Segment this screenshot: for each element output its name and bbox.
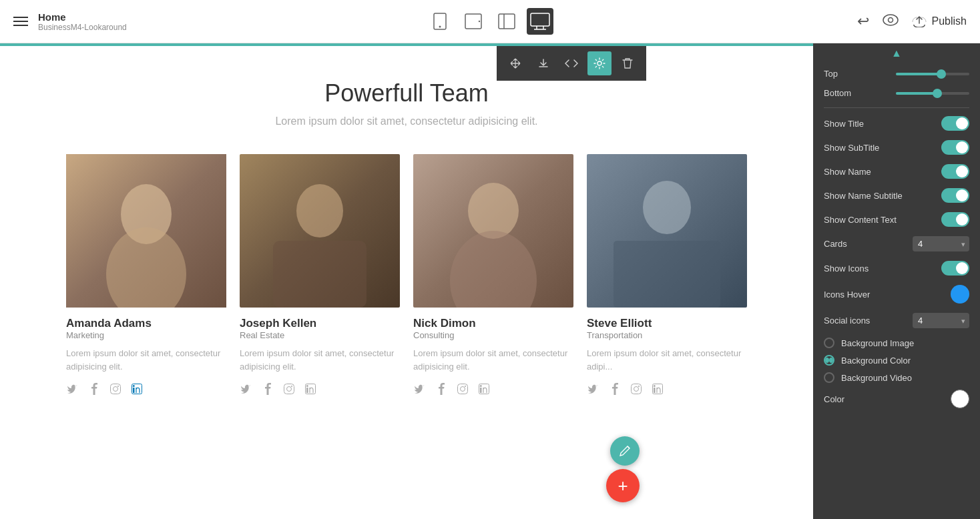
svg-rect-29	[306, 388, 308, 393]
device-tablet-button[interactable]	[460, 8, 487, 35]
card-photo	[587, 154, 747, 308]
svg-rect-47	[654, 388, 656, 393]
card-desc: Lorem ipsum dolor sit amet, consectetur …	[587, 347, 747, 373]
svg-rect-24	[273, 241, 366, 308]
svg-point-30	[306, 385, 308, 387]
linkedin-icon[interactable]	[477, 382, 491, 396]
card-name: Joseph Kellen	[240, 317, 400, 330]
bottom-slider-row: Bottom	[824, 88, 969, 98]
team-card: Joseph Kellen Real Estate Lorem ipsum do…	[240, 154, 400, 396]
instagram-icon[interactable]	[630, 382, 643, 396]
header-actions: ↩ Publish	[857, 13, 967, 30]
float-delete-button[interactable]	[616, 51, 640, 75]
svg-point-27	[291, 386, 292, 387]
undo-button[interactable]: ↩	[857, 13, 869, 30]
instagram-icon[interactable]	[282, 382, 296, 396]
linkedin-icon[interactable]	[304, 382, 317, 396]
svg-point-21	[133, 385, 135, 387]
card-social-icons	[413, 382, 573, 396]
show-name-subtitle-label: Show Name Subtitle	[824, 191, 903, 201]
facebook-icon[interactable]	[87, 382, 101, 396]
social-icons-label: Social icons	[824, 316, 870, 326]
team-section: Powerfull Team Lorem ipsum dolor sit ame…	[0, 46, 813, 422]
cards-select-wrapper: 4 2 3 5 6	[913, 236, 969, 251]
show-name-toggle[interactable]	[941, 164, 969, 179]
svg-point-32	[468, 183, 519, 239]
cards-select[interactable]: 4 2 3 5 6	[913, 236, 969, 251]
color-label: Color	[824, 394, 844, 404]
svg-rect-4	[499, 14, 515, 29]
twitter-icon[interactable]	[66, 382, 79, 396]
svg-point-41	[643, 181, 691, 234]
facebook-icon[interactable]	[435, 382, 448, 396]
card-desc: Lorem ipsum dolor sit amet, consectetur …	[66, 347, 226, 373]
hamburger-menu-button[interactable]	[13, 17, 28, 26]
float-settings-button[interactable]	[587, 51, 611, 75]
header: Home BusinessM4-Lookaround	[0, 0, 980, 43]
social-icons-select[interactable]: 4 2 3	[913, 313, 969, 328]
svg-point-35	[461, 387, 465, 392]
linkedin-icon[interactable]	[651, 382, 664, 396]
show-content-text-label: Show Content Text	[824, 215, 897, 225]
bg-video-label: Background Video	[841, 373, 912, 383]
bg-video-row: Background Video	[824, 372, 969, 383]
card-role: Marketing	[66, 330, 226, 340]
cards-row: Cards 4 2 3 5 6	[824, 236, 969, 251]
device-selector	[427, 8, 553, 35]
float-move-button[interactable]	[503, 51, 527, 75]
show-title-toggle[interactable]	[941, 116, 969, 131]
preview-button[interactable]	[883, 13, 899, 30]
color-picker[interactable]	[951, 390, 969, 408]
team-title: Powerfull Team	[40, 79, 773, 107]
instagram-icon[interactable]	[456, 382, 469, 396]
card-social-icons	[66, 382, 226, 396]
publish-label: Publish	[932, 15, 967, 27]
svg-point-12	[597, 61, 601, 65]
float-code-button[interactable]	[559, 51, 583, 75]
show-subtitle-toggle[interactable]	[941, 140, 969, 155]
linkedin-icon[interactable]	[130, 382, 144, 396]
device-sidebar-button[interactable]	[493, 8, 520, 35]
icons-hover-color-picker[interactable]	[951, 285, 969, 304]
team-card: Steve Elliott Transportation Lorem ipsum…	[587, 154, 747, 396]
twitter-icon[interactable]	[587, 382, 600, 396]
bg-image-radio[interactable]	[824, 338, 834, 348]
svg-rect-34	[458, 384, 468, 394]
cards-label: Cards	[824, 239, 847, 249]
bg-color-radio[interactable]	[824, 355, 834, 366]
twitter-icon[interactable]	[240, 382, 253, 396]
facebook-icon[interactable]	[261, 382, 274, 396]
top-slider-row: Top	[824, 69, 969, 79]
card-desc: Lorem ipsum dolor sit amet, consectetur …	[240, 347, 400, 373]
show-content-text-toggle[interactable]	[941, 212, 969, 227]
fab-add-button[interactable]: +	[606, 469, 640, 502]
publish-button[interactable]: Publish	[912, 15, 967, 27]
show-icons-toggle[interactable]	[941, 261, 969, 276]
bg-image-row: Background Image	[824, 338, 969, 348]
device-mobile-button[interactable]	[427, 8, 453, 35]
svg-rect-25	[284, 384, 294, 394]
show-name-subtitle-toggle[interactable]	[941, 188, 969, 203]
card-role: Consulting	[413, 330, 573, 340]
bg-video-radio[interactable]	[824, 372, 834, 383]
panel-settings: Top Bottom	[813, 61, 980, 426]
show-subtitle-row: Show SubTitle	[824, 140, 969, 155]
svg-rect-20	[133, 388, 135, 393]
facebook-icon[interactable]	[608, 382, 622, 396]
device-desktop-button[interactable]	[527, 8, 553, 35]
float-toolbar	[497, 46, 646, 81]
svg-rect-42	[614, 241, 720, 308]
float-download-button[interactable]	[531, 51, 555, 75]
svg-rect-43	[632, 384, 642, 394]
instagram-icon[interactable]	[109, 382, 122, 396]
top-slider[interactable]	[896, 73, 969, 75]
bottom-slider[interactable]	[896, 92, 969, 95]
card-photo	[240, 154, 400, 308]
svg-point-36	[465, 386, 466, 387]
twitter-icon[interactable]	[413, 382, 427, 396]
fab-edit-button[interactable]	[610, 436, 640, 466]
panel-divider	[824, 107, 969, 108]
card-name: Steve Elliott	[587, 317, 747, 330]
bg-image-label: Background Image	[841, 338, 914, 348]
show-name-label: Show Name	[824, 167, 871, 177]
